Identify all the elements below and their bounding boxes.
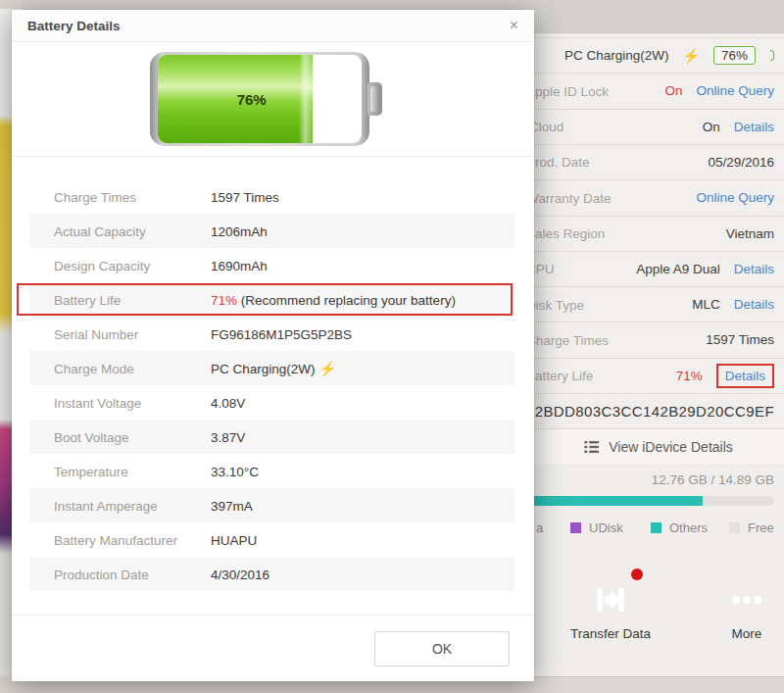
info-label: Disk Type xyxy=(526,297,584,312)
online-query-link[interactable]: Online Query xyxy=(696,83,774,98)
info-label: Prod. Date xyxy=(526,155,590,170)
detail-label: Boot Voltage xyxy=(54,429,129,444)
detail-label: Actual Capacity xyxy=(54,223,146,238)
charging-bolt-icon: ⚡ xyxy=(316,361,336,376)
detail-value: 1206mAh xyxy=(211,223,268,238)
legend-item: Others xyxy=(651,520,708,535)
detail-value: 1690mAh xyxy=(211,258,268,272)
legend-label: a xyxy=(536,520,543,535)
battery-percent-label: 76% xyxy=(237,91,267,108)
dialog-title: Battery Details xyxy=(27,19,121,33)
info-value: 05/29/2016 xyxy=(708,155,774,170)
detail-value: 4.08V xyxy=(211,395,245,410)
charging-bolt-icon: ⚡ xyxy=(683,48,700,64)
detail-label: Design Capacity xyxy=(54,258,150,272)
transfer-data-icon[interactable] xyxy=(583,572,638,627)
details-link[interactable]: Details xyxy=(734,262,774,276)
detail-label: Instant Amperage xyxy=(54,498,158,513)
battery-graphic-zone: 76% xyxy=(12,42,534,157)
info-value: On xyxy=(703,120,720,134)
details-link[interactable]: Details xyxy=(734,120,774,134)
info-label: Sales Region xyxy=(526,226,605,241)
battery-detail-row: Actual Capacity1206mAh xyxy=(29,214,514,248)
battery-detail-row: Instant Amperage397mA xyxy=(29,488,514,522)
battery-graphic: 76% xyxy=(150,52,399,146)
battery-detail-row: Boot Voltage3.87V xyxy=(29,420,514,454)
battery-detail-row: Serial NumberFG96186M1P5G5P2BS xyxy=(29,317,514,351)
legend-swatch xyxy=(729,522,740,533)
badge-terminal xyxy=(770,50,774,61)
transfer-data-label[interactable]: Transfer Data xyxy=(552,626,669,641)
close-icon[interactable]: × xyxy=(506,16,522,35)
view-idevice-details-button[interactable]: View iDevice Details xyxy=(584,439,733,455)
more-label[interactable]: More xyxy=(688,626,784,641)
detail-value: 4/30/2016 xyxy=(211,567,270,581)
info-label: Battery Life xyxy=(526,369,593,383)
info-value: Apple A9 Dual xyxy=(636,262,720,276)
online-query-link[interactable]: Online Query xyxy=(696,190,774,205)
detail-value: PC Charging(2W) ⚡ xyxy=(211,361,336,376)
detail-value: 1597 Times xyxy=(211,189,279,204)
legend-swatch xyxy=(570,522,581,533)
legend-label: Others xyxy=(669,520,708,535)
info-value: 1597 Times xyxy=(706,332,774,347)
detail-value: FG96186M1P5G5P2BS xyxy=(211,326,352,341)
detail-value: HUAPU xyxy=(211,532,257,547)
details-link[interactable]: Details xyxy=(716,364,774,388)
info-value: MLC xyxy=(692,297,720,312)
storage-usage-text: 12.76 GB / 14.89 GB xyxy=(652,472,774,487)
battery-detail-row: Design Capacity1690mAh xyxy=(29,248,514,282)
battery-frame: 76% xyxy=(150,52,369,146)
dialog-footer: OK xyxy=(12,615,534,681)
battery-fill xyxy=(158,55,313,143)
battery-detail-row: Battery ManufacturerHUAPU xyxy=(29,522,514,557)
ok-button[interactable]: OK xyxy=(374,631,510,667)
notification-dot xyxy=(631,569,643,580)
info-label: Warranty Date xyxy=(526,190,612,205)
battery-detail-row: Charge ModePC Charging(2W) ⚡ xyxy=(29,351,514,385)
detail-label: Battery Manufacturer xyxy=(54,532,177,547)
more-icon[interactable] xyxy=(719,572,774,627)
detail-label: Charge Times xyxy=(54,189,136,204)
info-label: Charge Times xyxy=(526,332,609,347)
detail-label: Charge Mode xyxy=(54,361,134,375)
legend-item: a xyxy=(536,520,543,535)
legend-swatch xyxy=(651,522,662,533)
detail-label: Serial Number xyxy=(54,326,138,341)
detail-label: Battery Life xyxy=(54,292,121,307)
legend-item: Free xyxy=(729,520,774,535)
battery-terminal xyxy=(368,82,382,116)
battery-detail-row: Temperature33.10°C xyxy=(29,454,514,488)
detail-label: Temperature xyxy=(54,464,128,478)
battery-detail-row: Battery Life71% (Recommend replacing you… xyxy=(29,282,514,317)
detail-value: 3.87V xyxy=(211,429,245,444)
dialog-header: Battery Details × xyxy=(12,10,534,42)
legend-label: Free xyxy=(748,520,774,535)
battery-percent-badge: 76% xyxy=(713,46,756,65)
battery-detail-row: Instant Voltage4.08V xyxy=(29,385,514,420)
battery-detail-row: Production Date4/30/2016 xyxy=(29,557,514,591)
legend-label: UDisk xyxy=(589,520,623,535)
battery-detail-row: Charge Times1597 Times xyxy=(29,179,514,214)
detail-label: Production Date xyxy=(54,567,149,581)
detail-value: 71% (Recommend replacing your battery) xyxy=(211,292,456,307)
info-value: Vietnam xyxy=(726,226,774,241)
details-link[interactable]: Details xyxy=(734,297,774,312)
info-value: On xyxy=(664,83,682,98)
info-value: 71% xyxy=(676,369,703,383)
info-value: PC Charging(2W) xyxy=(564,48,669,63)
detail-value: 33.10°C xyxy=(211,464,259,478)
legend-item: UDisk xyxy=(570,520,623,535)
battery-details-dialog: Battery Details × 76% Charge Times1597 T… xyxy=(12,10,534,681)
detail-label: Instant Voltage xyxy=(54,395,141,410)
detail-value: 397mA xyxy=(211,498,253,513)
info-label: Apple ID Lock xyxy=(526,83,609,98)
